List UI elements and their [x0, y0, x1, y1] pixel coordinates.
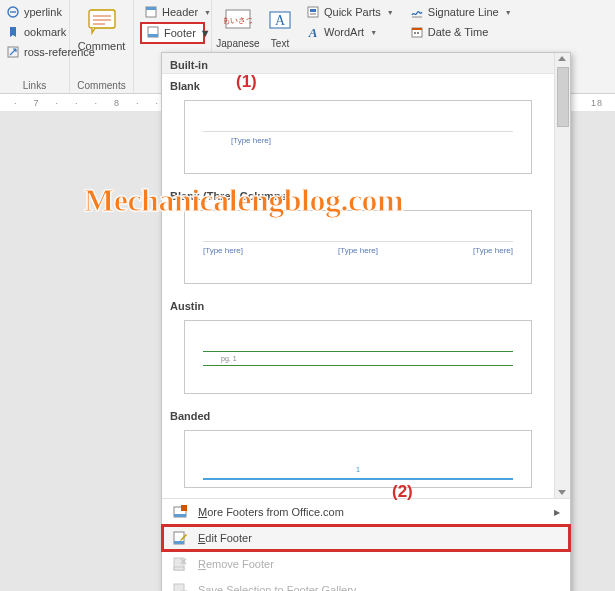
svg-rect-25	[181, 505, 187, 511]
group-links-label: Links	[0, 80, 69, 91]
remove-footer-item: Remove Footer	[162, 551, 570, 577]
save-gallery-icon	[172, 582, 188, 591]
gallery-category-blank: Blank	[162, 74, 554, 94]
svg-rect-20	[412, 28, 422, 30]
gallery-scrollbar[interactable]	[554, 53, 570, 498]
chevron-down-icon: ▼	[505, 9, 512, 16]
datetime-button[interactable]: Date & Time	[406, 22, 516, 42]
comment-button[interactable]: Comment	[73, 4, 131, 76]
svg-rect-29	[174, 567, 184, 570]
svg-rect-22	[417, 32, 419, 34]
gallery-category-builtin: Built-in	[162, 53, 554, 74]
svg-rect-15	[310, 9, 316, 12]
svg-text:A: A	[275, 13, 286, 28]
svg-text:A: A	[308, 25, 318, 39]
signature-line-button[interactable]: Signature Line ▼	[406, 2, 516, 22]
placeholder-text: [Type here]	[338, 246, 378, 255]
svg-rect-21	[414, 32, 416, 34]
header-label: Header	[162, 6, 198, 18]
gallery-item-blank3[interactable]: [Type here] [Type here] [Type here]	[184, 210, 532, 284]
crossref-button[interactable]: ross-reference	[2, 42, 63, 62]
save-footer-label: Save Selection to Footer Gallery...	[198, 584, 365, 591]
more-footers-label: More Footers from Office.com	[198, 506, 344, 518]
svg-rect-9	[148, 34, 158, 37]
save-footer-item: Save Selection to Footer Gallery...	[162, 577, 570, 591]
banded-num: 1	[203, 465, 513, 474]
quickparts-icon	[306, 5, 320, 19]
japanese-label: Japanese	[216, 38, 259, 49]
svg-text:あいさつ: あいさつ	[224, 16, 252, 25]
gallery-category-austin: Austin	[162, 294, 554, 314]
bookmark-icon	[6, 25, 20, 39]
textbox-icon: A	[264, 4, 296, 36]
quickparts-button[interactable]: Quick Parts ▼	[302, 2, 398, 22]
textbox-label: Text	[271, 38, 289, 49]
edit-footer-label: Edit Footer	[198, 532, 252, 544]
signature-icon	[410, 5, 424, 19]
footer-label: Footer	[164, 27, 196, 39]
gallery-item-banded[interactable]: 1	[184, 430, 532, 488]
chevron-down-icon: ▼	[370, 29, 377, 36]
footer-gallery[interactable]: Built-in Blank [Type here] Blank (Three …	[162, 53, 554, 498]
svg-rect-16	[310, 13, 316, 15]
header-icon	[144, 5, 158, 19]
japanese-icon: あいさつ	[222, 4, 254, 36]
svg-rect-27	[174, 541, 184, 544]
svg-rect-7	[146, 7, 156, 10]
wordart-label: WordArt	[324, 26, 364, 38]
placeholder-text: [Type here]	[231, 136, 271, 145]
wordart-button[interactable]: A WordArt ▼	[302, 22, 398, 42]
edit-footer-item[interactable]: Edit Footer	[162, 525, 570, 551]
hyperlink-label: yperlink	[24, 6, 62, 18]
datetime-label: Date & Time	[428, 26, 489, 38]
scrollbar-thumb[interactable]	[557, 67, 569, 127]
remove-footer-label: Remove Footer	[198, 558, 274, 570]
gallery-category-banded: Banded	[162, 404, 554, 424]
footer-icon	[146, 25, 160, 41]
gallery-category-blank3: Blank (Three Columns)	[162, 184, 554, 204]
header-button[interactable]: Header ▼	[140, 2, 205, 22]
svg-rect-2	[89, 10, 115, 28]
group-comments: Comment Comments	[70, 0, 134, 93]
svg-rect-30	[174, 584, 184, 591]
svg-rect-24	[174, 514, 186, 517]
wordart-icon: A	[306, 25, 320, 39]
group-links: yperlink ookmark ross-reference Links	[0, 0, 70, 93]
bookmark-label: ookmark	[24, 26, 66, 38]
signature-label: Signature Line	[428, 6, 499, 18]
more-footers-item[interactable]: More Footers from Office.com ▶	[162, 499, 570, 525]
comment-icon	[86, 6, 118, 38]
office-icon	[172, 504, 188, 520]
footer-button[interactable]: Footer ▼	[140, 22, 205, 44]
austin-pg: pg. 1	[221, 355, 237, 362]
hyperlink-icon	[6, 5, 20, 19]
quickparts-label: Quick Parts	[324, 6, 381, 18]
placeholder-text: [Type here]	[203, 246, 243, 255]
gallery-item-austin[interactable]: pg. 1	[184, 320, 532, 394]
datetime-icon	[410, 25, 424, 39]
ruler-mark: 8	[114, 98, 120, 108]
footer-dropdown: Built-in Blank [Type here] Blank (Three …	[161, 52, 571, 591]
crossref-icon	[6, 45, 20, 59]
hyperlink-button[interactable]: yperlink	[2, 2, 63, 22]
chevron-down-icon: ▼	[200, 27, 211, 39]
submenu-arrow-icon: ▶	[554, 508, 560, 517]
placeholder-text: [Type here]	[473, 246, 513, 255]
chevron-down-icon: ▼	[204, 9, 211, 16]
chevron-down-icon: ▼	[387, 9, 394, 16]
remove-footer-icon	[172, 556, 188, 572]
ruler-mark: 7	[34, 98, 40, 108]
ruler-mark: 18	[591, 98, 603, 108]
edit-footer-icon	[172, 530, 188, 546]
gallery-item-blank[interactable]: [Type here]	[184, 100, 532, 174]
comment-label: Comment	[78, 40, 126, 52]
bookmark-button[interactable]: ookmark	[2, 22, 63, 42]
group-comments-label: Comments	[70, 80, 133, 91]
